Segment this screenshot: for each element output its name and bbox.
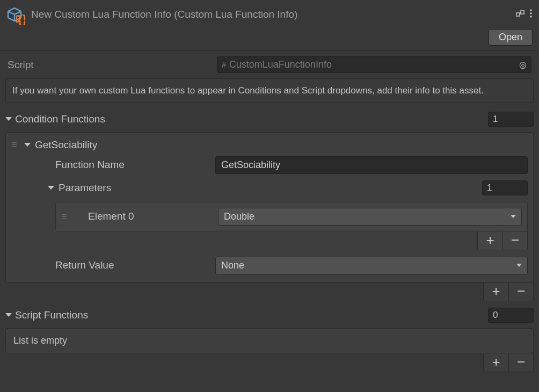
remove-condition-function-button[interactable]: − (508, 282, 533, 301)
condition-functions-size[interactable]: 1 (488, 112, 534, 127)
add-condition-function-button[interactable]: + (484, 282, 508, 301)
svg-point-3 (530, 9, 532, 11)
parameter-element-label: Element 0 (74, 210, 214, 222)
foldout-icon[interactable] (48, 185, 54, 191)
remove-parameter-button[interactable]: − (502, 231, 527, 250)
parameter-row: ≡ Element 0 Double (61, 208, 522, 226)
info-box: If you want your own custom Lua function… (5, 78, 534, 103)
drag-handle-icon[interactable]: ≡ (11, 139, 20, 150)
dropdown-value: None (221, 260, 244, 271)
open-button[interactable]: Open (489, 29, 533, 46)
page-title: New Custom Lua Function Info (Custom Lua… (31, 9, 510, 20)
remove-script-function-button[interactable]: − (508, 353, 533, 372)
function-name-row: Function Name GetSociability (11, 153, 528, 177)
foldout-icon[interactable] (5, 116, 12, 122)
return-value-label: Return Value (55, 259, 211, 271)
condition-functions-header: Condition Functions 1 (0, 108, 539, 130)
foldout-icon[interactable] (24, 142, 31, 148)
parameters-add-remove: + − (11, 231, 528, 250)
svg-point-5 (530, 16, 532, 18)
open-row: Open (0, 29, 539, 50)
script-functions-header: Script Functions 0 (0, 304, 539, 326)
return-value-row: Return Value None (11, 250, 528, 279)
inspector-header: {} New Custom Lua Function Info (Custom … (0, 0, 539, 29)
scriptable-object-icon: {} (3, 3, 26, 26)
script-label: Script (8, 59, 210, 71)
condition-functions-label: Condition Functions (15, 113, 485, 125)
add-parameter-button[interactable]: + (478, 231, 502, 250)
svg-rect-1 (516, 13, 520, 16)
foldout-icon[interactable] (5, 312, 12, 318)
script-functions-add-remove: + − (0, 353, 539, 372)
element-title: GetSociability (35, 139, 97, 151)
condition-functions-box: ≡ GetSociability Function Name GetSociab… (5, 132, 534, 282)
parameters-header: Parameters 1 (11, 177, 528, 199)
element-header: ≡ GetSociability (11, 137, 528, 153)
script-functions-label: Script Functions (15, 309, 485, 321)
parameters-label: Parameters (59, 182, 478, 194)
script-functions-empty: List is empty (5, 328, 534, 353)
prefab-override-icon[interactable] (515, 9, 525, 21)
inspector-content: Script # CustomLuaFunctionInfo ◎ If you … (0, 51, 539, 378)
return-value-dropdown[interactable]: None (215, 257, 528, 274)
function-name-label: Function Name (55, 159, 211, 171)
script-field-row: Script # CustomLuaFunctionInfo ◎ (0, 51, 539, 78)
condition-functions-add-remove: + − (0, 282, 539, 301)
function-name-input[interactable]: GetSociability (215, 156, 528, 174)
header-actions (515, 9, 533, 21)
svg-text:{}: {} (18, 12, 25, 25)
dropdown-value: Double (224, 211, 254, 222)
svg-rect-2 (521, 11, 524, 14)
parameters-size[interactable]: 1 (482, 180, 528, 195)
parameters-box: ≡ Element 0 Double (55, 202, 528, 231)
drag-handle-icon[interactable]: ≡ (61, 211, 70, 222)
script-functions-size[interactable]: 0 (488, 308, 534, 323)
context-menu-icon[interactable] (529, 9, 533, 21)
object-picker-icon[interactable]: ◎ (519, 60, 527, 70)
script-object-field[interactable]: # CustomLuaFunctionInfo ◎ (217, 56, 531, 73)
chevron-down-icon (516, 264, 522, 267)
chevron-down-icon (511, 215, 516, 218)
svg-point-4 (530, 12, 532, 14)
add-script-function-button[interactable]: + (484, 353, 508, 372)
script-hash-icon: # (222, 61, 226, 69)
script-value: CustomLuaFunctionInfo (229, 59, 516, 70)
parameter-type-dropdown[interactable]: Double (218, 208, 522, 226)
